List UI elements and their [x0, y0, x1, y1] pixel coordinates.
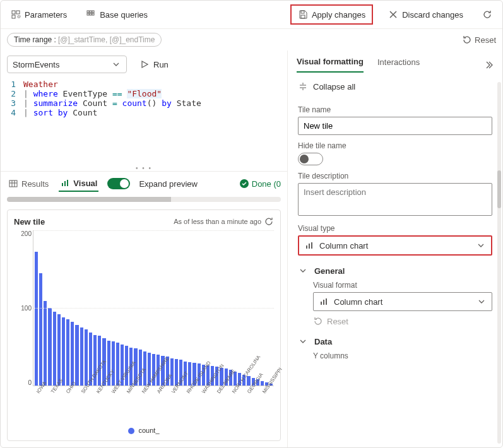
svg-rect-19 [311, 242, 312, 249]
refresh-icon[interactable] [264, 216, 274, 227]
reset-button[interactable]: Reset [462, 35, 496, 45]
tile-description-label: Tile description [298, 172, 492, 180]
chevron-down-icon [476, 240, 486, 251]
tab-results[interactable]: Results [7, 176, 50, 191]
run-button[interactable]: Run [133, 56, 175, 73]
refresh-button[interactable] [478, 7, 496, 22]
svg-rect-6 [92, 11, 94, 13]
parameters-button[interactable]: @ Parameters [7, 7, 71, 22]
legend-dot [128, 428, 134, 434]
expand-preview-label: Expand preview [139, 179, 198, 189]
bar[interactable] [85, 329, 88, 386]
close-icon [388, 9, 398, 20]
bar[interactable] [170, 358, 174, 386]
svg-rect-2 [12, 15, 15, 18]
table-icon [8, 179, 18, 189]
save-icon [298, 9, 308, 20]
tab-visual-formatting[interactable]: Visual formatting [297, 57, 364, 73]
query-status: Done (0 [239, 179, 281, 189]
bar[interactable] [66, 319, 69, 386]
tile-description-input[interactable] [298, 183, 492, 216]
query-bar: StormEvents Run [1, 50, 287, 78]
drag-handle[interactable]: • • • [1, 165, 287, 171]
chevron-down-icon [476, 297, 487, 307]
results-tabs: Results Visual Expand preview Done (0 [1, 171, 287, 196]
undo-icon [313, 316, 323, 326]
chart-legend: count_ [14, 427, 274, 434]
column-chart-icon [304, 240, 314, 251]
top-toolbar: @ Parameters Base queries Apply changes … [1, 1, 502, 29]
query-editor[interactable]: 1Weather2| where EventType == "Flood"3| … [1, 78, 287, 121]
undo-icon [462, 35, 472, 45]
svg-rect-14 [64, 181, 66, 186]
horizontal-scrollbar[interactable] [7, 197, 281, 202]
svg-rect-4 [87, 11, 89, 13]
bar[interactable] [35, 252, 38, 385]
visual-format-value: Column chart [334, 297, 382, 307]
tab-visual-label: Visual [73, 179, 97, 188]
bar[interactable] [75, 325, 78, 386]
time-range-label: Time range : [14, 35, 56, 44]
svg-rect-0 [12, 11, 15, 14]
expand-preview-toggle[interactable] [107, 178, 130, 189]
apply-changes-button[interactable]: Apply changes [290, 4, 373, 25]
play-icon [139, 59, 150, 69]
collapse-icon [298, 81, 308, 91]
svg-rect-7 [87, 13, 89, 15]
svg-rect-9 [92, 13, 94, 15]
bar[interactable] [57, 314, 61, 386]
datasource-dropdown[interactable]: StormEvents [7, 56, 127, 73]
svg-rect-22 [326, 298, 327, 305]
section-general[interactable]: General [298, 266, 492, 276]
y-columns-label: Y columns [313, 351, 492, 360]
tile-name-input[interactable] [298, 117, 492, 135]
bar[interactable] [71, 322, 74, 386]
collapse-all-button[interactable]: Collapse all [298, 79, 492, 99]
base-queries-icon [86, 9, 96, 20]
bar[interactable] [53, 312, 56, 386]
visual-type-dropdown[interactable]: Column chart [298, 235, 492, 256]
svg-rect-18 [309, 244, 310, 249]
bar[interactable] [112, 341, 115, 386]
visual-format-dropdown[interactable]: Column chart [313, 292, 492, 311]
collapse-all-label: Collapse all [313, 82, 355, 91]
tab-visual[interactable]: Visual [59, 175, 98, 192]
section-data[interactable]: Data [298, 336, 492, 346]
bar[interactable] [261, 381, 264, 386]
svg-rect-20 [321, 302, 322, 305]
tab-interactions[interactable]: Interactions [377, 57, 420, 72]
svg-rect-15 [67, 180, 68, 186]
discard-changes-button[interactable]: Discard changes [384, 7, 467, 22]
tile-name-label: Tile name [298, 105, 492, 114]
bar[interactable] [80, 327, 83, 386]
formatting-panel: Visual formatting Interactions Collapse … [288, 50, 502, 447]
datasource-value: StormEvents [13, 60, 59, 69]
discard-changes-label: Discard changes [402, 10, 463, 20]
bar[interactable] [48, 308, 51, 386]
reset-label: Reset [475, 35, 496, 45]
svg-rect-12 [9, 180, 17, 187]
svg-rect-11 [301, 15, 305, 18]
tab-results-label: Results [21, 179, 49, 189]
bar[interactable] [39, 273, 42, 386]
time-range-value: [@]_startTime, [@]_endTime [58, 35, 155, 44]
svg-rect-10 [301, 11, 304, 13]
svg-rect-13 [62, 183, 63, 186]
time-range-bar: Time range : [@]_startTime, [@]_endTime … [1, 29, 502, 50]
vertical-scrollbar[interactable] [497, 82, 501, 444]
apply-changes-label: Apply changes [312, 10, 365, 20]
visual-type-value: Column chart [319, 241, 368, 251]
general-reset-button[interactable]: Reset [313, 316, 492, 326]
check-circle-icon [239, 179, 249, 189]
bar[interactable] [62, 317, 65, 386]
visual-format-label: Visual format [313, 281, 492, 290]
column-chart-icon [319, 297, 329, 307]
tile-title: New tile [14, 217, 45, 227]
bar[interactable] [44, 301, 47, 386]
hide-tile-name-toggle[interactable] [298, 153, 323, 165]
base-queries-button[interactable]: Base queries [82, 7, 151, 22]
time-range-pill[interactable]: Time range : [@]_startTime, [@]_endTime [7, 33, 162, 47]
expand-icon[interactable] [483, 60, 494, 70]
chart: 2001000 IOWATEXASOHIOSOUTH DAKOTAKENTUCK… [14, 230, 274, 424]
hide-tile-name-label: Hide tile name [298, 141, 492, 150]
